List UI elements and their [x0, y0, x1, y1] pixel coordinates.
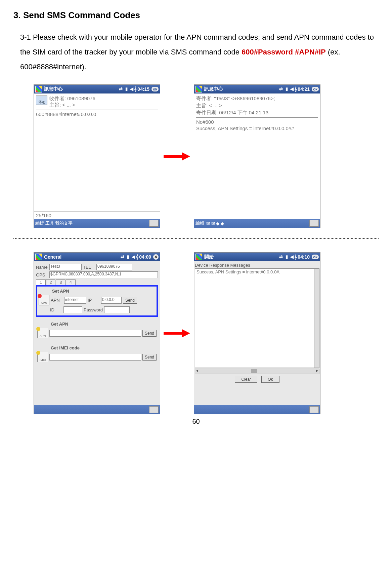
vertical-scrollbar[interactable] — [314, 269, 319, 368]
subject-label: 主旨: — [49, 102, 61, 108]
from-label: 寄件者: — [196, 96, 213, 101]
titlebar: 開始 ⇄ ▮ ◀𝄞 04:10 ok — [194, 253, 320, 261]
page-number: 60 — [13, 418, 379, 425]
name-input[interactable]: Test3 — [49, 264, 82, 270]
subject-value: < ... > — [209, 103, 222, 108]
red-arrow-icon — [164, 330, 190, 337]
window-title: 開始 — [204, 254, 214, 260]
get-imei-send-button[interactable]: Send — [142, 354, 157, 361]
recipient-value[interactable]: 0961089076 — [67, 96, 95, 101]
get-imei-section: Get IMEI code IMEI Send — [36, 343, 158, 365]
set-apn-section-highlighted: Set APN APN APN internet IP 0.0.0.0 Send… — [36, 285, 158, 317]
get-imei-output — [49, 354, 141, 361]
ok-dialog-button[interactable]: Ok — [261, 376, 279, 383]
from-value: "Test3" <+886961089076>; — [214, 96, 275, 101]
phone-received-sms: 訊息中心 ⇄ ▮ ◀𝄞 04:21 ok 寄件者: "Test3" <+8869… — [194, 84, 320, 228]
titlebar: 訊息中心 ⇄ ▮ ◀𝄞 04:15 ok — [34, 85, 160, 93]
clock: 04:15 — [137, 86, 149, 92]
clock: 04:10 — [298, 254, 310, 260]
set-apn-title: Set APN — [52, 289, 155, 294]
tel-input[interactable]: 0961089076 — [96, 264, 132, 270]
ip-label: IP — [88, 298, 100, 303]
windows-flag-icon — [35, 254, 42, 260]
bottombar: 編輯 工具 我的文字 — [34, 219, 160, 228]
horizontal-scrollbar[interactable] — [195, 369, 319, 374]
window-title: 訊息中心 — [44, 86, 63, 92]
imei-get-icon: IMEI — [37, 352, 48, 362]
name-label: Name — [36, 265, 48, 270]
clock: 04:21 — [298, 86, 310, 92]
keyboard-icon[interactable] — [309, 406, 319, 413]
ok-button[interactable]: ok — [312, 87, 319, 91]
footer-menu[interactable]: 編輯 工具 我的文字 — [35, 220, 73, 226]
response-header: Device Response Messages — [195, 263, 319, 268]
window-title: General — [44, 254, 61, 260]
date-value: 06/12/4 下午 04:21:13 — [219, 110, 268, 115]
status-icons: ⇄ ▮ ◀𝄞 — [279, 254, 298, 260]
tel-label: TEL — [83, 265, 95, 270]
instruction-paragraph: 3-1 Please check with your mobile operat… — [20, 30, 379, 74]
apn-set-icon: APN — [39, 295, 49, 305]
date-label: 寄件日期: — [196, 110, 218, 115]
get-apn-section: Get APN APN Send — [36, 319, 158, 341]
ok-button[interactable]: ok — [312, 255, 319, 259]
ok-button[interactable]: ok — [151, 87, 159, 91]
response-line1: No#600 — [196, 119, 318, 125]
divider-dotted — [13, 238, 379, 239]
bottombar — [194, 405, 320, 414]
keyboard-icon[interactable] — [149, 220, 159, 227]
command-code-highlight: 600#Password #APN#IP — [242, 48, 326, 56]
tab-4[interactable]: 4 — [66, 279, 76, 285]
apn-input[interactable]: internet — [64, 297, 86, 304]
password-label: Password — [84, 307, 103, 312]
password-input[interactable] — [104, 306, 130, 313]
phone-compose-sms: 訊息中心 ⇄ ▮ ◀𝄞 04:15 ok 傳送 收件者: 0961089076 … — [34, 84, 160, 228]
titlebar: General ⇄ ▮ ◀𝄞 04:09 ✕ — [34, 253, 160, 261]
bottombar — [34, 405, 160, 414]
get-apn-send-button[interactable]: Send — [142, 330, 157, 337]
clock: 04:09 — [139, 254, 151, 260]
phone-response: 開始 ⇄ ▮ ◀𝄞 04:10 ok Device Response Messa… — [194, 252, 320, 414]
subject-value[interactable]: < ... > — [62, 102, 75, 108]
recipient-label: 收件者: — [49, 96, 66, 101]
id-label: ID — [50, 307, 62, 312]
status-icons: ⇄ ▮ ◀𝄞 — [121, 254, 139, 260]
footer-menu[interactable]: 編輯 — [195, 220, 204, 226]
apn-label: APN — [51, 298, 63, 303]
status-icons: ⇄ ▮ ◀𝄞 — [279, 86, 298, 92]
tab-row: 1 2 3 4 — [36, 279, 158, 285]
tab-3[interactable]: 3 — [56, 279, 66, 285]
subject-label: 主旨: — [196, 103, 208, 108]
keyboard-icon[interactable] — [149, 406, 159, 413]
windows-flag-icon — [195, 86, 202, 92]
titlebar: 訊息中心 ⇄ ▮ ◀𝄞 04:21 ok — [194, 85, 320, 93]
window-title: 訊息中心 — [204, 86, 223, 92]
tab-1[interactable]: 1 — [36, 279, 46, 285]
close-button[interactable]: ✕ — [153, 254, 159, 260]
bottombar: 編輯 ✉ ✉ ◆ ◆ — [194, 219, 320, 228]
section-heading: 3. Send SMS Command Codes — [13, 10, 379, 21]
id-input[interactable] — [63, 306, 82, 313]
get-apn-output — [49, 330, 141, 337]
clear-button[interactable]: Clear — [235, 376, 257, 383]
ip-input[interactable]: 0.0.0.0 — [101, 297, 122, 304]
gps-label: GPS — [36, 272, 48, 277]
apn-get-icon: APN — [37, 328, 48, 338]
status-icons: ⇄ ▮ ◀𝄞 — [119, 86, 137, 92]
screenshot-row-1: 訊息中心 ⇄ ▮ ◀𝄞 04:15 ok 傳送 收件者: 0961089076 … — [34, 84, 379, 228]
sms-body-input[interactable]: 600#8888#internet#0.0.0.0 — [36, 111, 158, 117]
char-counter: 25/160 — [34, 212, 160, 219]
screenshot-row-2: General ⇄ ▮ ◀𝄞 04:09 ✕ Name Test3 TEL 09… — [34, 252, 379, 414]
gps-input[interactable]: $GPRMC,080807.000,A,2500.3487,N,1 — [49, 271, 158, 278]
tab-2[interactable]: 2 — [46, 279, 56, 285]
red-arrow-icon — [164, 153, 190, 160]
keyboard-icon[interactable] — [309, 220, 319, 227]
windows-flag-icon — [195, 254, 202, 260]
set-apn-send-button[interactable]: Send — [123, 297, 137, 304]
get-imei-title: Get IMEI code — [51, 345, 157, 350]
phone-config-app: General ⇄ ▮ ◀𝄞 04:09 ✕ Name Test3 TEL 09… — [34, 252, 160, 414]
get-apn-title: Get APN — [51, 322, 157, 327]
response-body: Success, APN Settings = internet#0.0.0.0… — [197, 269, 280, 274]
send-icon[interactable]: 傳送 — [36, 96, 47, 105]
response-textbox: Success, APN Settings = internet#0.0.0.0… — [195, 268, 319, 368]
